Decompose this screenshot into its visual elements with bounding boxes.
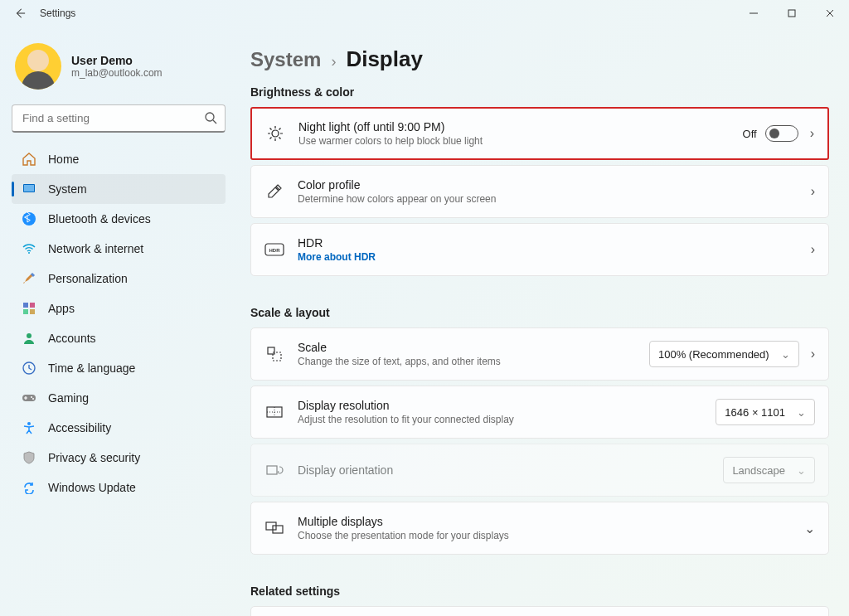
hdr-row[interactable]: HDR HDR More about HDR ›	[250, 223, 829, 276]
page-title: Display	[346, 46, 423, 72]
chevron-right-icon: ›	[811, 242, 815, 257]
clock-icon	[22, 361, 36, 376]
eyedropper-icon	[264, 183, 284, 200]
svg-rect-7	[30, 303, 35, 308]
card-title: Color profile	[298, 178, 798, 192]
scale-icon	[264, 346, 284, 362]
chevron-right-icon: ›	[811, 184, 815, 199]
chevron-down-icon: ⌄	[797, 406, 806, 419]
chevron-right-icon: ›	[810, 126, 814, 141]
svg-rect-0	[788, 10, 795, 17]
sidebar: User Demo m_lab@outlook.com Home System …	[0, 27, 237, 616]
night-light-toggle[interactable]: Off	[743, 125, 798, 142]
card-desc: Change the size of text, apps, and other…	[298, 356, 636, 367]
section-brightness: Brightness & color	[250, 85, 829, 99]
nav-label: Time & language	[48, 361, 135, 375]
search-box[interactable]	[12, 104, 226, 133]
svg-point-10	[27, 333, 32, 338]
minimize-button[interactable]	[735, 0, 773, 27]
wifi-icon	[22, 241, 36, 256]
nav-label: Windows Update	[48, 481, 136, 494]
resolution-dropdown[interactable]: 1646 × 1101 ⌄	[716, 399, 815, 425]
svg-point-4	[22, 212, 36, 226]
nav-home[interactable]: Home	[12, 144, 226, 174]
chevron-down-icon: ⌄	[781, 348, 790, 361]
card-title: HDR	[298, 236, 798, 250]
update-icon	[22, 480, 36, 495]
shield-icon	[22, 450, 36, 465]
nav-update[interactable]: Windows Update	[12, 473, 226, 502]
svg-point-15	[27, 422, 31, 425]
combo-value: 100% (Recommended)	[658, 348, 769, 361]
svg-rect-3	[24, 185, 34, 192]
nav-network[interactable]: Network & internet	[12, 234, 226, 264]
brush-icon	[22, 271, 36, 286]
night-light-row[interactable]: Night light (off until 9:00 PM) Use warm…	[250, 107, 829, 160]
scale-dropdown[interactable]: 100% (Recommended) ⌄	[649, 341, 799, 367]
svg-text:HDR: HDR	[269, 248, 281, 253]
scale-row[interactable]: Scale Change the size of text, apps, and…	[250, 327, 829, 381]
resolution-row[interactable]: Display resolution Adjust the resolution…	[250, 386, 829, 439]
svg-point-16	[272, 130, 279, 137]
chevron-down-icon: ⌄	[804, 521, 815, 536]
orientation-dropdown: Landscape ⌄	[723, 457, 815, 483]
nav-privacy[interactable]: Privacy & security	[12, 443, 226, 473]
card-desc: Use warmer colors to help block blue lig…	[298, 135, 730, 147]
chevron-right-icon: ›	[331, 53, 336, 70]
breadcrumb: System › Display	[250, 46, 829, 72]
advanced-display-row[interactable]: Advanced display Display information, re…	[250, 606, 829, 616]
svg-point-14	[32, 398, 34, 400]
card-title: Display orientation	[298, 463, 710, 477]
section-scale: Scale & layout	[250, 306, 829, 319]
system-icon	[22, 182, 36, 196]
card-desc: Determine how colors appear on your scre…	[298, 193, 798, 205]
svg-point-5	[28, 252, 30, 254]
card-title: Display resolution	[298, 399, 702, 412]
color-profile-row[interactable]: Color profile Determine how colors appea…	[250, 165, 829, 218]
window-title: Settings	[40, 7, 75, 19]
profile-card[interactable]: User Demo m_lab@outlook.com	[15, 43, 222, 90]
nav-time[interactable]: Time & language	[12, 353, 226, 383]
card-desc: Adjust the resolution to fit your connec…	[298, 414, 702, 425]
svg-rect-22	[267, 466, 277, 474]
svg-rect-6	[23, 303, 28, 308]
card-title: Scale	[298, 341, 636, 354]
nav-personalization[interactable]: Personalization	[12, 264, 226, 293]
nav-label: Gaming	[48, 391, 89, 405]
nav-system[interactable]: System	[12, 174, 226, 204]
chevron-right-icon: ›	[811, 347, 815, 361]
person-icon	[22, 331, 36, 346]
close-button[interactable]	[811, 0, 849, 27]
toggle-track[interactable]	[765, 125, 798, 142]
profile-email: m_lab@outlook.com	[71, 67, 163, 79]
combo-value: 1646 × 1101	[725, 406, 785, 419]
nav-accounts[interactable]: Accounts	[12, 323, 226, 353]
nav-apps[interactable]: Apps	[12, 293, 226, 323]
profile-name: User Demo	[71, 54, 163, 67]
nav-label: Bluetooth & devices	[48, 212, 151, 226]
bluetooth-icon	[22, 211, 36, 226]
hdr-link[interactable]: More about HDR	[298, 251, 798, 263]
svg-rect-19	[268, 347, 274, 354]
main-content: System › Display Brightness & color Nigh…	[237, 27, 849, 616]
search-icon	[204, 111, 217, 124]
nav-gaming[interactable]: Gaming	[12, 383, 226, 413]
back-button[interactable]	[7, 0, 33, 27]
toggle-label: Off	[743, 128, 757, 140]
nav-bluetooth[interactable]: Bluetooth & devices	[12, 204, 226, 234]
search-input[interactable]	[12, 104, 226, 133]
card-desc: Choose the presentation mode for your di…	[298, 530, 791, 541]
svg-point-13	[31, 396, 32, 398]
multiple-displays-row[interactable]: Multiple displays Choose the presentatio…	[250, 502, 829, 555]
orientation-icon	[264, 463, 284, 478]
nav-accessibility[interactable]: Accessibility	[12, 413, 226, 443]
maximize-button[interactable]	[773, 0, 811, 27]
displays-icon	[264, 521, 284, 536]
card-title: Multiple displays	[298, 515, 791, 528]
nav-label: Accessibility	[48, 421, 111, 434]
nav-label: Home	[48, 153, 79, 166]
avatar	[15, 43, 61, 90]
nav-label: Personalization	[48, 272, 128, 285]
breadcrumb-parent[interactable]: System	[250, 48, 321, 71]
apps-icon	[22, 301, 36, 316]
